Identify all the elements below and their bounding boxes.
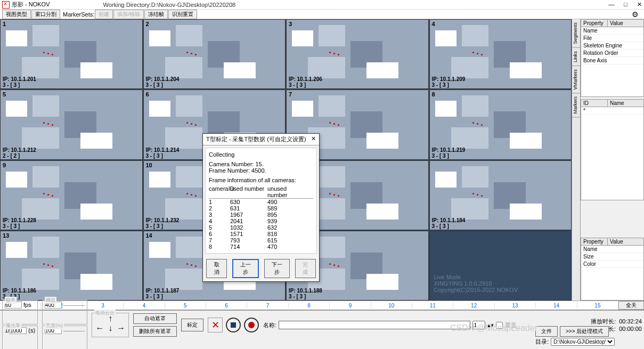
cell-number: 7 (289, 91, 292, 98)
camtab[interactable]: 15 (577, 303, 618, 309)
camtab[interactable]: 10 (371, 303, 412, 309)
branding: Live ModeXINGYING 1.0.0.2910Copyright(C)… (430, 231, 572, 297)
dialog-title: T型标定 - 采集T型数据 (可自定义设置) (206, 135, 306, 143)
dialog-close-icon[interactable]: ✕ (311, 135, 316, 143)
prop-row[interactable]: Bone Axis (581, 57, 643, 64)
next-button[interactable]: 下一步 (264, 259, 290, 278)
ms-addremove[interactable]: 添加/移除 (113, 10, 144, 19)
pan-right-icon[interactable]: → (116, 324, 126, 334)
delete-mask-button[interactable]: 删除所有遮罩 (133, 326, 177, 337)
minimize-icon[interactable]: — (608, 1, 614, 8)
record-button[interactable] (244, 318, 259, 332)
spin-updown-icon[interactable]: ▴▾ (487, 322, 494, 329)
vtab-vmarkers[interactable]: VMarkers (572, 66, 580, 94)
all-close-button[interactable]: 全关 (618, 301, 644, 310)
ms-create[interactable]: 创建 (95, 10, 113, 19)
property-table-top: PropertyValue NameFileSkeleton EngineRot… (581, 19, 644, 97)
prop-row[interactable]: Rotation Order (581, 50, 643, 57)
cell-status: 3 - [ 3 ] (146, 294, 163, 299)
close-icon[interactable]: ✕ (637, 1, 642, 8)
prop2-row[interactable]: Name (581, 246, 643, 253)
prop-row[interactable]: Skeleton Engine (581, 42, 643, 50)
th-used: used number (230, 185, 267, 198)
menu-viewtype[interactable]: 视图类型 (2, 10, 31, 19)
menu-split[interactable]: 窗口分割 (31, 10, 60, 19)
prev-button[interactable]: 上一步 (232, 259, 259, 278)
target-icon[interactable]: ✕ (208, 318, 223, 332)
camera-cell[interactable]: IP: 10.1.1.1843 - [ 3 ] (429, 160, 572, 230)
frame-number: Frame Number: 4500. (209, 167, 313, 174)
auto-mask-button[interactable]: 自动遮罩 (133, 313, 177, 324)
camtab[interactable]: 4 (124, 303, 165, 309)
camera-cell[interactable]: 8IP: 10.1.1.2193 - [ 3 ] (429, 90, 572, 159)
brightness-slider[interactable] (63, 331, 85, 331)
camera-cell[interactable]: 5IP: 10.1.1.2122 - [ 2 ] (0, 90, 143, 159)
pan-left-icon[interactable]: ← (94, 324, 105, 334)
camtab[interactable]: 6 (206, 303, 247, 309)
vtab-markers[interactable]: Markers (572, 93, 580, 118)
cancel-button[interactable]: 取消 (206, 259, 227, 278)
working-directory: Working Directory:D:\Nokov-GJ\Desktop\20… (103, 2, 236, 8)
maximize-icon[interactable]: □ (624, 1, 627, 8)
camera-cell[interactable]: 9IP: 10.1.1.2283 - [ 3 ] (0, 160, 143, 230)
app-logo-icon (2, 1, 10, 9)
cell-status: 3 - [ 3 ] (289, 294, 306, 299)
camtab[interactable]: 12 (453, 303, 494, 309)
spin-input[interactable] (472, 321, 485, 329)
camera-cell[interactable]: 1IP: 10.1.1.2013 - [ 3 ] (0, 19, 143, 89)
camtab[interactable]: 14 (536, 303, 577, 309)
vtab-segments[interactable]: Segments (572, 19, 580, 48)
prop-row[interactable]: Name (581, 27, 643, 35)
camtab[interactable]: 5 (165, 303, 206, 309)
cell-ip: IP: 10.1.1.188 (289, 288, 322, 294)
pan-down-icon[interactable]: ↓ (105, 324, 116, 334)
cell-number: 6 (146, 91, 149, 98)
ms-freeze[interactable]: 冻结帧 (144, 10, 168, 19)
play-time-label: 播放时长: (591, 318, 616, 324)
cell-ip: IP: 10.1.1.187 (146, 288, 180, 294)
overlay-label: 覆盖 (505, 321, 517, 329)
camera-cell[interactable]: 3IP: 10.1.1.2063 - [ 3 ] (286, 19, 429, 89)
finish-button[interactable]: 完成 (295, 259, 316, 278)
file-button[interactable]: 文件 (535, 326, 558, 337)
right-bottom-panel: 文件 >>> 后处理模式 目录: D:\Nokov-GJ\Desktop\ ▾ (535, 325, 642, 347)
calibrate-button[interactable]: 标定 (181, 319, 203, 331)
prop-hdr-property: Property (581, 20, 608, 27)
gear-icon[interactable]: ⚙ (629, 10, 642, 19)
table-row: 61571818 (209, 231, 313, 237)
threshold-slider[interactable] (63, 305, 85, 306)
frame-table: cameraIDused numberunused number 1630490… (209, 185, 313, 250)
prop2-row[interactable]: Size (581, 253, 643, 261)
cell-status: 3 - [ 3 ] (289, 82, 306, 88)
th-cameraid: cameraID (209, 185, 230, 198)
dir-select[interactable]: D:\Nokov-GJ\Desktop\ ▾ (551, 338, 615, 346)
cell-number: 1 (3, 21, 6, 27)
id-row[interactable]: * (581, 107, 643, 115)
vtab-links[interactable]: Links (572, 48, 580, 66)
camtab[interactable]: 11 (412, 303, 453, 309)
cell-number: 14 (146, 232, 152, 239)
cell-ip: IP: 10.1.1.228 (3, 217, 36, 223)
camtab[interactable]: 9 (330, 303, 371, 309)
prop-row[interactable]: File (581, 35, 643, 42)
id-name-table: IDName * (581, 99, 644, 200)
name-input[interactable] (279, 321, 470, 329)
camera-cell[interactable]: Live ModeXINGYING 1.0.0.2910Copyright(C)… (429, 231, 572, 301)
camera-cell[interactable]: 4IP: 10.1.1.2093 - [ 3 ] (429, 19, 572, 89)
camtab[interactable]: 7 (247, 303, 288, 309)
cell-status: 3 - [ 3 ] (432, 223, 449, 229)
camtab[interactable]: 3 (83, 303, 124, 309)
camera-cell[interactable]: 2IP: 10.1.1.2043 - [ 3 ] (143, 19, 286, 89)
camera-cell[interactable]: 13IP: 10.1.1.1863 - [ 3 ] (0, 231, 143, 301)
side-vtabs: SegmentsLinksVMarkersMarkers (572, 19, 580, 301)
prop2-row[interactable]: Color (581, 261, 643, 268)
table-row: 42041939 (209, 218, 313, 224)
cell-ip: IP: 10.1.1.214 (146, 147, 180, 153)
ms-reset[interactable]: 识别重置 (168, 10, 197, 19)
pantilt-label: 电动云台 (94, 310, 116, 316)
stop-button[interactable] (226, 318, 241, 332)
postprocess-button[interactable]: >>> 后处理模式 (560, 326, 609, 337)
camtab[interactable]: 8 (289, 303, 330, 309)
camtab[interactable]: 13 (495, 303, 536, 309)
overlay-checkbox[interactable] (496, 322, 503, 329)
